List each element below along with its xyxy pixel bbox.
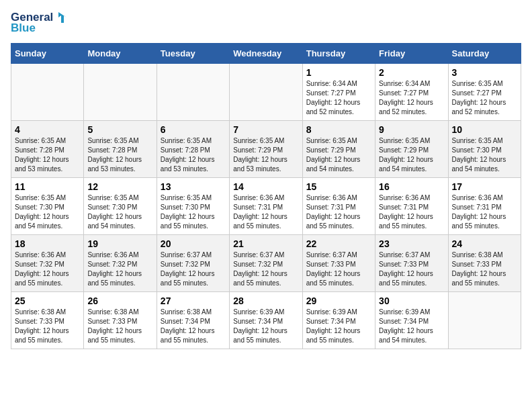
day-number: 14 <box>233 181 298 192</box>
calendar-week-3: 11Sunrise: 6:35 AM Sunset: 7:30 PM Dayli… <box>11 178 521 235</box>
logo: General Blue <box>11 11 69 35</box>
calendar-cell: 29Sunrise: 6:39 AM Sunset: 7:34 PM Dayli… <box>302 292 375 349</box>
calendar-cell: 23Sunrise: 6:37 AM Sunset: 7:33 PM Dayli… <box>375 235 448 292</box>
day-info: Sunrise: 6:36 AM Sunset: 7:31 PM Dayligh… <box>379 193 444 231</box>
calendar-cell: 4Sunrise: 6:35 AM Sunset: 7:28 PM Daylig… <box>11 121 84 178</box>
day-number: 9 <box>379 124 444 135</box>
day-number: 3 <box>452 67 517 78</box>
day-number: 5 <box>87 124 152 135</box>
calendar-cell: 9Sunrise: 6:35 AM Sunset: 7:29 PM Daylig… <box>375 121 448 178</box>
day-number: 19 <box>87 238 152 249</box>
logo-arrow-icon <box>54 11 69 24</box>
day-info: Sunrise: 6:39 AM Sunset: 7:34 PM Dayligh… <box>233 308 298 345</box>
day-number: 10 <box>452 124 517 135</box>
calendar-cell: 20Sunrise: 6:37 AM Sunset: 7:32 PM Dayli… <box>157 235 229 292</box>
day-number: 30 <box>379 295 444 306</box>
day-info: Sunrise: 6:38 AM Sunset: 7:33 PM Dayligh… <box>452 250 517 288</box>
calendar-cell: 12Sunrise: 6:35 AM Sunset: 7:30 PM Dayli… <box>84 178 157 235</box>
calendar-cell: 5Sunrise: 6:35 AM Sunset: 7:28 PM Daylig… <box>84 121 157 178</box>
day-info: Sunrise: 6:35 AM Sunset: 7:30 PM Dayligh… <box>452 136 517 174</box>
calendar-cell <box>157 64 229 121</box>
calendar-week-4: 18Sunrise: 6:36 AM Sunset: 7:32 PM Dayli… <box>11 235 521 292</box>
day-number: 25 <box>15 295 80 306</box>
day-number: 26 <box>87 295 152 306</box>
weekday-header-saturday: Saturday <box>448 44 521 64</box>
calendar-cell: 25Sunrise: 6:38 AM Sunset: 7:33 PM Dayli… <box>11 292 84 349</box>
calendar-cell: 27Sunrise: 6:38 AM Sunset: 7:34 PM Dayli… <box>157 292 229 349</box>
day-info: Sunrise: 6:38 AM Sunset: 7:33 PM Dayligh… <box>15 308 80 345</box>
day-number: 7 <box>233 124 298 135</box>
day-info: Sunrise: 6:38 AM Sunset: 7:34 PM Dayligh… <box>161 308 226 345</box>
calendar-table: SundayMondayTuesdayWednesdayThursdayFrid… <box>11 43 521 349</box>
day-number: 8 <box>306 124 371 135</box>
calendar-cell <box>230 64 302 121</box>
header: General Blue <box>11 11 521 35</box>
calendar-cell: 18Sunrise: 6:36 AM Sunset: 7:32 PM Dayli… <box>11 235 84 292</box>
calendar-cell: 7Sunrise: 6:35 AM Sunset: 7:29 PM Daylig… <box>230 121 302 178</box>
day-info: Sunrise: 6:37 AM Sunset: 7:33 PM Dayligh… <box>379 250 444 288</box>
day-number: 21 <box>233 238 298 249</box>
calendar-cell: 24Sunrise: 6:38 AM Sunset: 7:33 PM Dayli… <box>448 235 521 292</box>
day-info: Sunrise: 6:38 AM Sunset: 7:33 PM Dayligh… <box>87 308 152 345</box>
day-number: 17 <box>452 181 517 192</box>
day-info: Sunrise: 6:35 AM Sunset: 7:29 PM Dayligh… <box>233 136 298 174</box>
day-info: Sunrise: 6:39 AM Sunset: 7:34 PM Dayligh… <box>306 308 371 345</box>
logo-blue: Blue <box>11 21 36 35</box>
weekday-header-wednesday: Wednesday <box>230 44 302 64</box>
calendar-cell: 21Sunrise: 6:37 AM Sunset: 7:32 PM Dayli… <box>230 235 302 292</box>
day-number: 28 <box>233 295 298 306</box>
day-number: 15 <box>306 181 371 192</box>
day-info: Sunrise: 6:35 AM Sunset: 7:30 PM Dayligh… <box>15 193 80 231</box>
day-info: Sunrise: 6:39 AM Sunset: 7:34 PM Dayligh… <box>379 308 444 345</box>
calendar-week-5: 25Sunrise: 6:38 AM Sunset: 7:33 PM Dayli… <box>11 292 521 349</box>
weekday-header-friday: Friday <box>375 44 448 64</box>
calendar-cell: 30Sunrise: 6:39 AM Sunset: 7:34 PM Dayli… <box>375 292 448 349</box>
day-number: 2 <box>379 67 444 78</box>
calendar-cell: 8Sunrise: 6:35 AM Sunset: 7:29 PM Daylig… <box>302 121 375 178</box>
weekday-header-thursday: Thursday <box>302 44 375 64</box>
calendar-cell: 1Sunrise: 6:34 AM Sunset: 7:27 PM Daylig… <box>302 64 375 121</box>
calendar-cell: 26Sunrise: 6:38 AM Sunset: 7:33 PM Dayli… <box>84 292 157 349</box>
day-number: 24 <box>452 238 517 249</box>
day-number: 18 <box>15 238 80 249</box>
day-number: 4 <box>15 124 80 135</box>
day-number: 22 <box>306 238 371 249</box>
calendar-week-2: 4Sunrise: 6:35 AM Sunset: 7:28 PM Daylig… <box>11 121 521 178</box>
day-info: Sunrise: 6:35 AM Sunset: 7:29 PM Dayligh… <box>306 136 371 174</box>
weekday-header-monday: Monday <box>84 44 157 64</box>
calendar-cell: 16Sunrise: 6:36 AM Sunset: 7:31 PM Dayli… <box>375 178 448 235</box>
day-number: 1 <box>306 67 371 78</box>
day-number: 29 <box>306 295 371 306</box>
calendar-cell: 14Sunrise: 6:36 AM Sunset: 7:31 PM Dayli… <box>230 178 302 235</box>
calendar-cell: 22Sunrise: 6:37 AM Sunset: 7:33 PM Dayli… <box>302 235 375 292</box>
day-info: Sunrise: 6:35 AM Sunset: 7:28 PM Dayligh… <box>161 136 226 174</box>
day-info: Sunrise: 6:37 AM Sunset: 7:33 PM Dayligh… <box>306 250 371 288</box>
day-info: Sunrise: 6:35 AM Sunset: 7:28 PM Dayligh… <box>15 136 80 174</box>
weekday-header-tuesday: Tuesday <box>157 44 229 64</box>
calendar-cell <box>84 64 157 121</box>
day-number: 16 <box>379 181 444 192</box>
calendar-cell: 10Sunrise: 6:35 AM Sunset: 7:30 PM Dayli… <box>448 121 521 178</box>
day-info: Sunrise: 6:36 AM Sunset: 7:31 PM Dayligh… <box>452 193 517 231</box>
day-number: 11 <box>15 181 80 192</box>
calendar-cell: 28Sunrise: 6:39 AM Sunset: 7:34 PM Dayli… <box>230 292 302 349</box>
svg-marker-0 <box>58 12 66 23</box>
day-number: 27 <box>161 295 226 306</box>
day-info: Sunrise: 6:35 AM Sunset: 7:27 PM Dayligh… <box>452 79 517 117</box>
day-number: 20 <box>161 238 226 249</box>
calendar-cell: 15Sunrise: 6:36 AM Sunset: 7:31 PM Dayli… <box>302 178 375 235</box>
day-info: Sunrise: 6:36 AM Sunset: 7:32 PM Dayligh… <box>15 250 80 288</box>
calendar-cell <box>448 292 521 349</box>
day-number: 23 <box>379 238 444 249</box>
day-info: Sunrise: 6:35 AM Sunset: 7:30 PM Dayligh… <box>87 193 152 231</box>
calendar-header: SundayMondayTuesdayWednesdayThursdayFrid… <box>11 44 521 64</box>
calendar-cell: 3Sunrise: 6:35 AM Sunset: 7:27 PM Daylig… <box>448 64 521 121</box>
calendar-cell <box>11 64 84 121</box>
calendar-cell: 19Sunrise: 6:36 AM Sunset: 7:32 PM Dayli… <box>84 235 157 292</box>
calendar-cell: 13Sunrise: 6:35 AM Sunset: 7:30 PM Dayli… <box>157 178 229 235</box>
day-info: Sunrise: 6:36 AM Sunset: 7:31 PM Dayligh… <box>306 193 371 231</box>
weekday-header-sunday: Sunday <box>11 44 84 64</box>
day-number: 12 <box>87 181 152 192</box>
logo-text: General Blue <box>11 11 69 35</box>
day-info: Sunrise: 6:37 AM Sunset: 7:32 PM Dayligh… <box>233 250 298 288</box>
